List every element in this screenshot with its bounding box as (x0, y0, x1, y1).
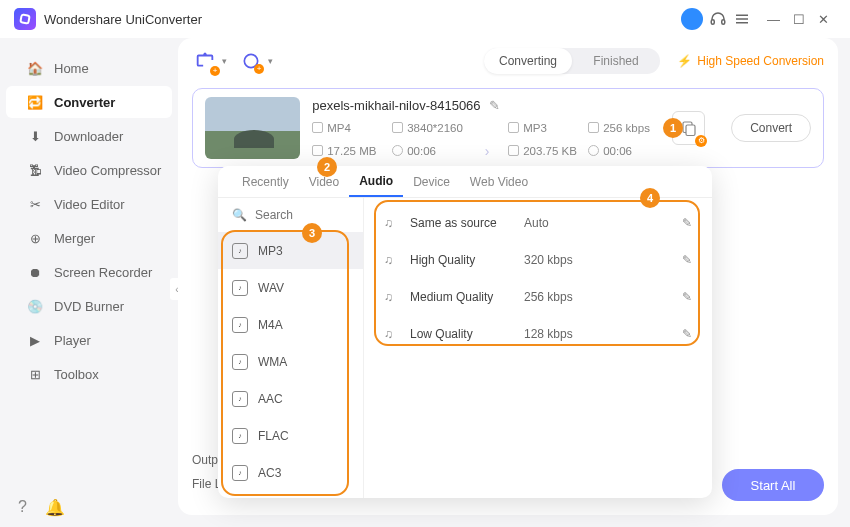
toolbar: + ▾ + ▾ Converting Finished ⚡ High Speed… (178, 38, 838, 84)
sidebar-item-dvd-burner[interactable]: 💿DVD Burner (6, 290, 172, 322)
edit-icon[interactable]: ✎ (682, 290, 692, 304)
app-title: Wondershare UniConverter (44, 12, 202, 27)
src-resolution: 3840*2160 (407, 122, 463, 134)
nav-icon: 🏠 (26, 59, 44, 77)
start-all-button[interactable]: Start All (722, 469, 824, 501)
help-icon[interactable]: ? (18, 498, 27, 517)
sidebar-item-screen-recorder[interactable]: ⏺Screen Recorder (6, 256, 172, 288)
format-icon: ♪ (232, 428, 248, 444)
convert-button[interactable]: Convert (731, 114, 811, 142)
format-tab-recently[interactable]: Recently (232, 166, 299, 197)
nav-icon: ⏺ (26, 263, 44, 281)
bolt-icon: ⚡ (677, 54, 692, 68)
svg-rect-7 (686, 125, 695, 136)
dst-container: MP3 (523, 122, 547, 134)
account-avatar[interactable] (681, 8, 703, 30)
format-icon: ♪ (232, 317, 248, 333)
arrow-icon: › (472, 143, 502, 159)
quality-name: Low Quality (410, 327, 524, 341)
format-tabs: RecentlyVideoAudioDeviceWeb Video (218, 166, 712, 198)
dst-size: 203.75 KB (523, 145, 577, 157)
sidebar-item-toolbox[interactable]: ⊞Toolbox (6, 358, 172, 390)
format-item-flac[interactable]: ♪FLAC (218, 417, 363, 454)
format-search-input[interactable] (255, 208, 364, 222)
quality-rate: 128 kbps (524, 327, 573, 341)
window-minimize[interactable]: — (766, 12, 781, 27)
sidebar-item-video-compressor[interactable]: 🗜Video Compressor (6, 154, 172, 186)
format-list: 🔍 ♪MP3♪WAV♪M4A♪WMA♪AAC♪FLAC♪AC3 (218, 198, 364, 498)
support-icon[interactable] (709, 10, 727, 28)
search-icon: 🔍 (232, 208, 247, 222)
segment-converting[interactable]: Converting (484, 48, 572, 74)
quality-row[interactable]: ♫High Quality320 kbps✎ (370, 241, 706, 278)
format-item-ac3[interactable]: ♪AC3 (218, 454, 363, 491)
quality-name: Same as source (410, 216, 524, 230)
format-item-aac[interactable]: ♪AAC (218, 380, 363, 417)
nav-icon: ▶ (26, 331, 44, 349)
quality-rate: Auto (524, 216, 549, 230)
sidebar-item-player[interactable]: ▶Player (6, 324, 172, 356)
nav-icon: 💿 (26, 297, 44, 315)
sidebar-item-home[interactable]: 🏠Home (6, 52, 172, 84)
src-size: 17.25 MB (327, 145, 376, 157)
titlebar: Wondershare UniConverter — ☐ ✕ (0, 0, 850, 38)
callout-4: 4 (640, 188, 660, 208)
music-icon: ♫ (384, 216, 400, 230)
sidebar: 🏠Home🔁Converter⬇Downloader🗜Video Compres… (0, 38, 178, 527)
format-tab-audio[interactable]: Audio (349, 166, 403, 197)
nav-icon: 🔁 (26, 93, 44, 111)
src-container: MP4 (327, 122, 351, 134)
edit-icon[interactable]: ✎ (682, 216, 692, 230)
music-icon: ♫ (384, 290, 400, 304)
quality-rate: 320 kbps (524, 253, 573, 267)
format-popup: RecentlyVideoAudioDeviceWeb Video 🔍 ♪MP3… (218, 166, 712, 498)
format-item-mp3[interactable]: ♪MP3 (218, 232, 363, 269)
format-tab-device[interactable]: Device (403, 166, 460, 197)
edit-icon[interactable]: ✎ (682, 327, 692, 341)
view-segments: Converting Finished (484, 48, 660, 74)
add-file-button[interactable]: + ▾ (192, 48, 218, 74)
quality-row[interactable]: ♫Low Quality128 kbps✎ (370, 315, 706, 352)
format-icon: ♪ (232, 243, 248, 259)
sidebar-item-downloader[interactable]: ⬇Downloader (6, 120, 172, 152)
svg-rect-0 (711, 20, 714, 25)
quality-row[interactable]: ♫Same as sourceAuto✎ (370, 204, 706, 241)
notify-icon[interactable]: 🔔 (45, 498, 65, 517)
sidebar-item-video-editor[interactable]: ✂Video Editor (6, 188, 172, 220)
nav-icon: 🗜 (26, 161, 44, 179)
gear-icon: ⚙ (695, 135, 707, 147)
quality-rate: 256 kbps (524, 290, 573, 304)
add-url-button[interactable]: + ▾ (238, 48, 264, 74)
rename-icon[interactable]: ✎ (489, 98, 500, 113)
app-logo (14, 8, 36, 30)
music-icon: ♫ (384, 327, 400, 341)
dst-bitrate: 256 kbps (603, 122, 650, 134)
file-card[interactable]: pexels-mikhail-nilov-8415066 ✎ MP4 3840*… (192, 88, 824, 168)
nav-icon: ⬇ (26, 127, 44, 145)
high-speed-toggle[interactable]: ⚡ High Speed Conversion (677, 54, 824, 68)
file-name: pexels-mikhail-nilov-8415066 (312, 98, 480, 113)
callout-2: 2 (317, 157, 337, 177)
hamburger-icon[interactable] (733, 10, 751, 28)
sidebar-item-merger[interactable]: ⊕Merger (6, 222, 172, 254)
format-item-m4a[interactable]: ♪M4A (218, 306, 363, 343)
callout-3: 3 (302, 223, 322, 243)
edit-icon[interactable]: ✎ (682, 253, 692, 267)
quality-list: ♫Same as sourceAuto✎♫High Quality320 kbp… (364, 198, 712, 498)
window-close[interactable]: ✕ (816, 12, 831, 27)
sidebar-item-converter[interactable]: 🔁Converter (6, 86, 172, 118)
nav-icon: ⊕ (26, 229, 44, 247)
quality-name: Medium Quality (410, 290, 524, 304)
dst-duration: 00:06 (603, 145, 632, 157)
format-icon: ♪ (232, 465, 248, 481)
window-maximize[interactable]: ☐ (791, 12, 806, 27)
format-item-wav[interactable]: ♪WAV (218, 269, 363, 306)
format-item-wma[interactable]: ♪WMA (218, 343, 363, 380)
nav-icon: ⊞ (26, 365, 44, 383)
segment-finished[interactable]: Finished (572, 48, 660, 74)
quality-row[interactable]: ♫Medium Quality256 kbps✎ (370, 278, 706, 315)
format-tab-web-video[interactable]: Web Video (460, 166, 538, 197)
file-thumbnail (205, 97, 300, 159)
nav-icon: ✂ (26, 195, 44, 213)
src-duration: 00:06 (407, 145, 436, 157)
